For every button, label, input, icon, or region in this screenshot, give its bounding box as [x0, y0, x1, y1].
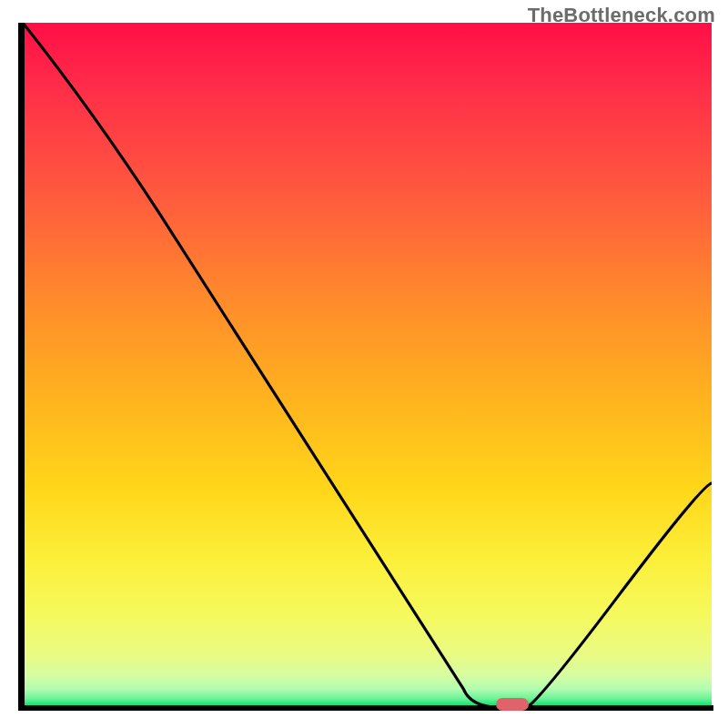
watermark-text: TheBottleneck.com [528, 4, 715, 27]
optimal-marker [496, 698, 529, 711]
plot-area [23, 23, 712, 710]
bottleneck-curve [23, 23, 712, 710]
chart-stage: TheBottleneck.com [0, 0, 728, 728]
curve-path [23, 23, 712, 708]
